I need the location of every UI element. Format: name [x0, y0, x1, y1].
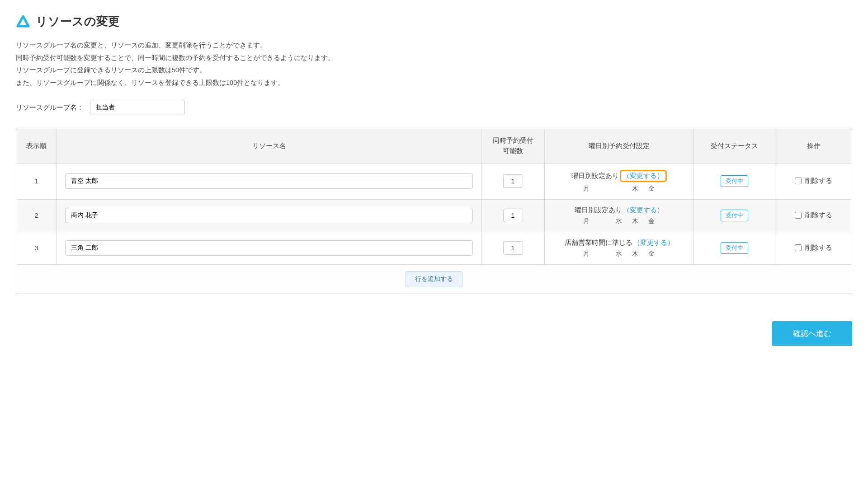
- day-slot: 金: [648, 185, 656, 193]
- paren-close: ）: [657, 206, 664, 214]
- col-header-count-line2: 可能数: [503, 147, 523, 154]
- delete-row-control[interactable]: 削除する: [795, 243, 832, 252]
- group-name-input[interactable]: [90, 100, 185, 115]
- table-row: 1曜日別設定あり（変更する）月月月木金受付中削除する: [16, 163, 852, 199]
- status-badge[interactable]: 受付中: [721, 175, 748, 187]
- col-header-order: 表示順: [16, 129, 57, 163]
- brand-triangle-icon: [16, 14, 30, 29]
- cell-status: 受付中: [694, 232, 775, 264]
- delete-checkbox[interactable]: [795, 178, 802, 184]
- day-slot: 月: [583, 185, 590, 193]
- table-row: 2曜日別設定あり（変更する）月月水木金受付中削除する: [16, 199, 852, 232]
- day-slot: 水: [616, 250, 623, 258]
- resource-name-input[interactable]: [65, 208, 473, 223]
- concurrent-count-input[interactable]: [503, 174, 523, 188]
- delete-checkbox[interactable]: [795, 212, 802, 219]
- day-list: 月月月木金: [583, 185, 656, 193]
- cell-count: [481, 163, 545, 199]
- day-slot: 金: [648, 217, 656, 225]
- col-header-name: リソース名: [57, 129, 481, 163]
- col-header-day: 曜日別予約受付設定: [545, 129, 694, 163]
- col-header-status: 受付ステータス: [694, 129, 775, 163]
- day-setting-title: 曜日別設定あり: [575, 206, 622, 215]
- cell-name: [57, 163, 481, 199]
- group-name-label: リソースグループ名：: [16, 103, 84, 112]
- description-line: また、リソースグループに関係なく、リソースを登録できる上限数は100件となります…: [16, 77, 852, 89]
- day-list: 月月水木金: [583, 250, 656, 258]
- cell-day-setting: 曜日別設定あり（変更する）月月月木金: [545, 163, 694, 199]
- day-slot: 木: [632, 185, 639, 193]
- cell-ops: 削除する: [775, 232, 852, 264]
- status-badge[interactable]: 受付中: [721, 242, 748, 254]
- description-line: リソースグループに登録できるリソースの上限数は50件です。: [16, 64, 852, 77]
- day-slot: 金: [648, 250, 656, 258]
- proceed-button[interactable]: 確認へ進む: [772, 321, 852, 346]
- col-header-count-line1: 同時予約受付: [493, 137, 533, 144]
- delete-checkbox[interactable]: [795, 244, 802, 251]
- cell-day-setting: 店舗営業時間に準じる（変更する）月月水木金: [545, 232, 694, 264]
- concurrent-count-input[interactable]: [503, 241, 523, 255]
- change-day-settings-link[interactable]: 変更する: [630, 206, 657, 214]
- cell-ops: 削除する: [775, 163, 852, 199]
- cell-name: [57, 232, 481, 264]
- day-slot: 月: [583, 217, 590, 225]
- paren-close: ）: [657, 172, 664, 180]
- cell-status: 受付中: [694, 163, 775, 199]
- delete-row-control[interactable]: 削除する: [795, 211, 832, 220]
- day-setting-title: 店舗営業時間に準じる: [565, 238, 632, 247]
- cell-count: [481, 199, 545, 232]
- status-badge[interactable]: 受付中: [721, 210, 748, 221]
- delete-label: 削除する: [805, 211, 832, 220]
- cell-count: [481, 232, 545, 264]
- day-list: 月月水木金: [583, 217, 656, 225]
- cell-ops: 削除する: [775, 199, 852, 232]
- page-title: リソースの変更: [36, 14, 120, 29]
- day-setting-title: 曜日別設定あり: [571, 172, 619, 180]
- cell-order: 3: [16, 232, 57, 264]
- resource-name-input[interactable]: [65, 173, 473, 189]
- change-day-settings-link[interactable]: 変更する: [640, 239, 667, 246]
- table-row: 3店舗営業時間に準じる（変更する）月月水木金受付中削除する: [16, 232, 852, 264]
- paren-open: （: [623, 206, 630, 214]
- cell-order: 2: [16, 199, 57, 232]
- delete-label: 削除する: [805, 243, 832, 252]
- delete-row-control[interactable]: 削除する: [795, 177, 832, 185]
- description-line: 同時予約受付可能数を変更することで、同一時間に複数の予約を受付することができるよ…: [16, 52, 852, 65]
- table-footer: 行を追加する: [16, 265, 852, 294]
- paren-open: （: [623, 172, 630, 180]
- paren-open: （: [633, 239, 640, 246]
- page-description: リソースグループ名の変更と、リソースの追加、変更削除を行うことができます。 同時…: [16, 39, 852, 89]
- day-slot: 水: [616, 217, 623, 225]
- description-line: リソースグループ名の変更と、リソースの追加、変更削除を行うことができます。: [16, 39, 852, 52]
- concurrent-count-input[interactable]: [503, 209, 523, 222]
- delete-label: 削除する: [805, 177, 832, 185]
- cell-day-setting: 曜日別設定あり（変更する）月月水木金: [545, 199, 694, 232]
- col-header-count: 同時予約受付 可能数: [481, 129, 545, 163]
- col-header-ops: 操作: [775, 129, 852, 163]
- cell-status: 受付中: [694, 199, 775, 232]
- change-day-settings-link[interactable]: 変更する: [630, 172, 657, 180]
- resource-table: 表示順 リソース名 同時予約受付 可能数 曜日別予約受付設定 受付ステータス 操…: [16, 129, 852, 264]
- cell-order: 1: [16, 163, 57, 199]
- cell-name: [57, 199, 481, 232]
- resource-name-input[interactable]: [65, 240, 473, 256]
- day-slot: 月: [583, 250, 590, 258]
- paren-close: ）: [667, 239, 674, 246]
- day-slot: 木: [632, 250, 639, 258]
- day-slot: 木: [632, 217, 639, 225]
- add-row-button[interactable]: 行を追加する: [406, 271, 462, 287]
